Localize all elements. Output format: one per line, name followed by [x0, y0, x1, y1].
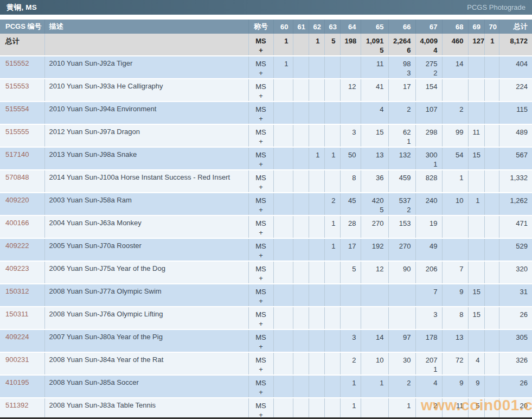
designation-cell: MS+ [248, 215, 273, 238]
pcgs-number-link[interactable]: 570848 [0, 170, 44, 193]
grade-cell-69 [468, 56, 484, 79]
grade-cell-66: 621 [388, 124, 415, 147]
grade-cell-63 [324, 101, 340, 124]
column-header-68: 68 [442, 20, 468, 34]
grade-cell-69: 4 [468, 352, 484, 375]
total-cell: 489 [499, 124, 532, 147]
grade-cell-63: 5 [324, 34, 340, 56]
column-header-61: 61 [293, 20, 309, 34]
pcgs-number-link[interactable]: 409222 [0, 238, 44, 261]
grade-cell-60 [273, 284, 293, 307]
header-gap [0, 15, 532, 20]
grade-cell-70 [484, 307, 499, 329]
grade-cell-67: 154 [415, 79, 442, 101]
description-cell: 2006 Yuan Sun-J75a Year of the Dog [44, 261, 248, 284]
pcgs-number-link[interactable]: 410195 [0, 375, 44, 398]
grade-cell-62 [309, 307, 324, 329]
grade-cell-62 [309, 193, 324, 215]
description-cell: 2010 Yuan Sun-J92a Tiger [44, 56, 248, 79]
grade-cell-64 [340, 56, 361, 79]
grade-cell-61 [293, 352, 309, 375]
grade-cell-67: 19 [415, 215, 442, 238]
grade-cell-61 [293, 284, 309, 307]
grade-cell-65: 13 [361, 147, 388, 170]
total-cell: 115 [499, 101, 532, 124]
table-row: 4092232006 Yuan Sun-J75a Year of the Dog… [0, 261, 532, 284]
grade-cell-63 [324, 284, 340, 307]
grade-cell-65: 10 [361, 352, 388, 375]
total-cell: 26 [499, 307, 532, 329]
grade-cell-60: 1 [273, 56, 293, 79]
description-cell: 2008 Yuan Sun-J85a Soccer [44, 375, 248, 398]
description-cell: 2005 Yuan Sun-J70a Rooster [44, 238, 248, 261]
grade-cell-60 [273, 352, 293, 375]
pcgs-number-link[interactable]: 409220 [0, 193, 44, 215]
grade-cell-69 [468, 170, 484, 193]
designation-cell: MS+ [248, 124, 273, 147]
column-header-desc: 描述 [44, 20, 248, 34]
grade-cell-67: 2071 [415, 352, 442, 375]
pcgs-number-link[interactable]: 515553 [0, 79, 44, 101]
grade-cell-66: 90 [388, 261, 415, 284]
description-cell: 2010 Yuan Sun-J93a He Calligraphy [44, 79, 248, 101]
pcgs-number-link[interactable]: 150312 [0, 284, 44, 307]
pcgs-number-link[interactable]: 900231 [0, 352, 44, 375]
grade-cell-65 [361, 398, 388, 419]
grade-cell-63 [324, 261, 340, 284]
grade-cell-69 [468, 329, 484, 352]
total-cell: 529 [499, 238, 532, 261]
description-cell: 2008 Yuan Sun-J83a Table Tennis [44, 398, 248, 419]
column-header-total: 总计 [499, 20, 532, 34]
grade-cell-70 [484, 124, 499, 147]
grade-cell-62: 1 [309, 147, 324, 170]
pcgs-number-link[interactable]: 515554 [0, 101, 44, 124]
grade-cell-60 [273, 398, 293, 419]
pcgs-number-link[interactable]: 400166 [0, 215, 44, 238]
pcgs-number-link[interactable]: 409223 [0, 261, 44, 284]
grade-cell-64: 28 [340, 215, 361, 238]
pcgs-number-link[interactable]: 515555 [0, 124, 44, 147]
grade-cell-70 [484, 329, 499, 352]
grade-cell-66: 17 [388, 79, 415, 101]
grade-cell-68: 72 [442, 352, 468, 375]
grade-cell-62: 1 [309, 34, 324, 56]
description-cell: 2007 Yuan Sun-J80a Year of the Pig [44, 329, 248, 352]
grade-cell-68: 460 [442, 34, 468, 56]
pcgs-number-link[interactable]: 511392 [0, 398, 44, 419]
designation-cell: MS+ [248, 352, 273, 375]
description-cell: 2008 Yuan Sun-J76a Olympic Lifting [44, 307, 248, 329]
pcgs-photograde-label: PCGS Photograde [467, 3, 525, 11]
grade-cell-60 [273, 215, 293, 238]
grade-cell-62 [309, 215, 324, 238]
grade-cell-67: 3001 [415, 147, 442, 170]
pcgs-number-link[interactable]: 517140 [0, 147, 44, 170]
designation-cell: MS+ [248, 398, 273, 419]
grade-cell-66: 97 [388, 329, 415, 352]
header-row: PCGS 编号描述称号6061626364656667686970总计 [0, 20, 532, 34]
pcgs-number-link[interactable]: 515552 [0, 56, 44, 79]
designation-cell: MS+ [248, 284, 273, 307]
grade-cell-62 [309, 352, 324, 375]
table-row: 4092202003 Yuan Sun-J58a RamMS+245420553… [0, 193, 532, 215]
grade-cell-67: 107 [415, 101, 442, 124]
grade-cell-66: 459 [388, 170, 415, 193]
description-cell [44, 34, 248, 56]
grade-cell-60 [273, 329, 293, 352]
grade-cell-70 [484, 238, 499, 261]
pcgs-number-link[interactable]: 150311 [0, 307, 44, 329]
table-row: 4101952008 Yuan Sun-J85a SoccerMS+112499… [0, 375, 532, 398]
designation-cell: MS+ [248, 34, 273, 56]
pcgs-number-link[interactable]: 409224 [0, 329, 44, 352]
grade-cell-69 [468, 261, 484, 284]
grade-cell-64: 1 [340, 375, 361, 398]
column-header-62: 62 [309, 20, 324, 34]
grade-cell-64 [340, 307, 361, 329]
grade-cell-64: 5 [340, 261, 361, 284]
grade-cell-65: 270 [361, 215, 388, 238]
grade-cell-65: 41 [361, 79, 388, 101]
grade-cell-65: 4 [361, 101, 388, 124]
grade-cell-62 [309, 170, 324, 193]
designation-cell: MS+ [248, 56, 273, 79]
grade-cell-70 [484, 147, 499, 170]
grade-cell-62 [309, 375, 324, 398]
